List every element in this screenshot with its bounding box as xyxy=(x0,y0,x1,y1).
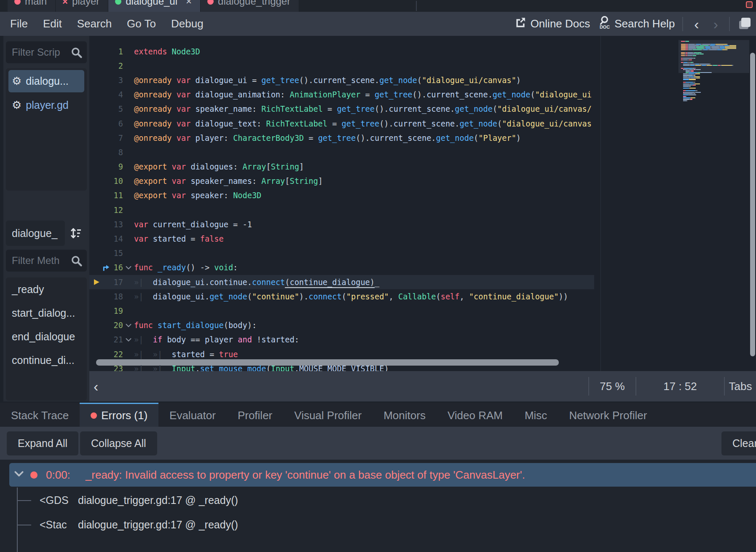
line-number: 22 xyxy=(110,350,123,359)
online-docs-button[interactable]: Online Docs xyxy=(515,16,590,31)
code-line-1[interactable]: 1extends Node3D xyxy=(89,44,601,59)
caret-position[interactable]: 17 : 52 xyxy=(636,371,724,401)
debugger-tab-label: Monitors xyxy=(383,409,426,422)
debugger-tab-monitors[interactable]: Monitors xyxy=(373,403,437,427)
code-line-3[interactable]: 3@onready var dialogue_ui = get_tree().c… xyxy=(89,73,601,87)
code-line-8[interactable]: 8 xyxy=(89,145,601,159)
scene-tab-main[interactable]: main xyxy=(8,0,56,12)
vertical-scrollbar[interactable] xyxy=(750,36,755,371)
collapse-all-button[interactable]: Collapse All xyxy=(80,431,157,455)
history-back-button[interactable]: ‹ xyxy=(691,17,702,31)
script-item-playergd[interactable]: ⚙player.gd xyxy=(8,94,84,116)
code-line-6[interactable]: 6@onready var dialogue_text: RichTextLab… xyxy=(89,116,601,131)
stack-frame-row[interactable]: <Stacdialogue_trigger.gd:17 @ _ready() xyxy=(0,514,756,536)
method-item-continue_di[interactable]: continue_di... xyxy=(6,348,87,372)
method-item-start_dialog[interactable]: start_dialog... xyxy=(6,301,87,325)
debugger-tab-evaluator[interactable]: Evaluator xyxy=(158,403,227,427)
tab-indent-marker: »| xyxy=(153,350,172,359)
menu-debug[interactable]: Debug xyxy=(171,17,204,30)
minimap-line xyxy=(681,64,710,65)
collapse-sidebar-button[interactable]: ‹ xyxy=(94,378,98,395)
code-line-20[interactable]: 20func start_dialogue(body): xyxy=(89,318,601,333)
script-item-dialogu[interactable]: ⚙dialogu... xyxy=(8,70,84,92)
zoom-level[interactable]: 75 % xyxy=(589,371,635,401)
indent-mode[interactable]: Tabs xyxy=(725,371,756,401)
debugger-panel: Stack TraceErrors (1)EvaluatorProfilerVi… xyxy=(0,403,756,552)
fold-toggle[interactable] xyxy=(123,266,134,270)
filter-scripts-input[interactable] xyxy=(6,41,87,63)
method-item-_ready[interactable]: _ready xyxy=(6,277,87,301)
debugger-tab-profiler[interactable]: Profiler xyxy=(227,403,283,427)
expand-window-icon[interactable] xyxy=(746,1,753,8)
method-item-end_dialogue[interactable]: end_dialogue xyxy=(6,325,87,348)
debugger-tab-visual-profiler[interactable]: Visual Profiler xyxy=(283,403,373,427)
code-line-11[interactable]: 11@export var speaker: Node3D xyxy=(89,188,601,203)
menu-go-to[interactable]: Go To xyxy=(127,17,156,30)
code-line-2[interactable]: 2 xyxy=(89,59,601,73)
minimap-line xyxy=(681,96,686,97)
debugger-tab-errors-1-[interactable]: Errors (1) xyxy=(80,403,158,427)
debugger-tab-network-profiler[interactable]: Network Profiler xyxy=(558,403,658,427)
frame-label: <Stac xyxy=(40,519,67,531)
minimap-line xyxy=(681,79,696,80)
code-line-21[interactable]: 21»|if body == player and !started: xyxy=(89,333,601,347)
code-text: »|dialogue_ui.continue.connect(continue_… xyxy=(134,278,601,287)
signal-connection-icon[interactable] xyxy=(102,264,110,272)
line-number: 6 xyxy=(110,119,123,128)
code-line-13[interactable]: 13var current_dialogue = -1 xyxy=(89,217,601,232)
scene-tab-player[interactable]: ×player xyxy=(56,0,108,12)
code-line-16[interactable]: 16func _ready() -> void: xyxy=(89,261,601,275)
line-number: 7 xyxy=(110,134,123,143)
debugger-tab-misc[interactable]: Misc xyxy=(514,403,558,427)
scene-tab-dialogue_trigger[interactable]: dialogue_trigger xyxy=(201,0,299,12)
menu-edit[interactable]: Edit xyxy=(43,17,62,30)
line-number: 14 xyxy=(110,234,123,243)
execution-arrow-icon xyxy=(93,278,100,286)
debugger-tab-stack-trace[interactable]: Stack Trace xyxy=(0,403,80,427)
code-line-9[interactable]: 9@export var dialogues: Array[String] xyxy=(89,160,601,174)
tab-indent-marker: »| xyxy=(134,335,153,344)
code-line-19[interactable]: 19 xyxy=(89,304,601,318)
code-line-17[interactable]: 17»|dialogue_ui.continue.connect(continu… xyxy=(89,275,601,289)
chevron-down-icon[interactable] xyxy=(14,471,24,479)
gutter-icons xyxy=(89,232,110,246)
expand-all-button[interactable]: Expand All xyxy=(7,431,78,455)
minimap-line xyxy=(681,70,694,71)
vertical-scrollbar-thumb[interactable] xyxy=(750,53,755,356)
gutter-icons xyxy=(89,361,110,371)
history-forward-button[interactable]: › xyxy=(710,17,721,31)
menu-search[interactable]: Search xyxy=(77,17,112,30)
gutter-icons xyxy=(89,261,110,275)
code-line-7[interactable]: 7@onready var player: CharacterBody3D = … xyxy=(89,131,601,145)
minimap-line xyxy=(681,59,692,60)
node-red-icon xyxy=(14,0,21,5)
code-editor[interactable]: 1extends Node3D23@onready var dialogue_u… xyxy=(89,36,756,371)
fold-toggle[interactable] xyxy=(123,323,134,328)
code-line-12[interactable]: 12 xyxy=(89,203,601,217)
sort-methods-button[interactable] xyxy=(67,225,85,242)
error-dot-icon xyxy=(91,412,97,419)
code-line-15[interactable]: 15 xyxy=(89,246,601,261)
canvas-green-icon xyxy=(115,0,121,5)
filter-methods-input[interactable] xyxy=(6,250,87,272)
code-line-14[interactable]: 14var started = false xyxy=(89,232,601,246)
debugger-tab-label: Video RAM xyxy=(448,409,503,422)
code-line-4[interactable]: 4@onready var dialogue_animation: Animat… xyxy=(89,88,601,102)
minimap[interactable] xyxy=(681,41,749,108)
close-tab-icon[interactable]: × xyxy=(186,0,192,7)
scene-tab-dialogue_ui[interactable]: dialogue_ui× xyxy=(108,0,201,12)
debugger-tab-video-ram[interactable]: Video RAM xyxy=(437,403,514,427)
clear-button[interactable]: Clear xyxy=(721,431,756,455)
minimap-line xyxy=(681,54,704,54)
menu-file[interactable]: File xyxy=(10,17,28,30)
editor-status-bar: ‹ 75 % 17 : 52 Tabs xyxy=(89,371,756,401)
error-row[interactable]: 0:00: _ready: Invalid access to property… xyxy=(9,463,756,487)
minimap-line xyxy=(681,46,736,47)
code-line-10[interactable]: 10@export var speaker_names: Array[Strin… xyxy=(89,174,601,188)
search-help-button[interactable]: DOC Search Help xyxy=(598,15,675,32)
float-panel-icon[interactable] xyxy=(737,16,752,32)
fold-toggle[interactable] xyxy=(123,338,134,342)
code-line-18[interactable]: 18»|dialogue_ui.get_node("continue").con… xyxy=(89,289,601,304)
code-line-5[interactable]: 5@onready var speaker_name: RichTextLabe… xyxy=(89,102,601,116)
stack-frame-row[interactable]: <GDSdialogue_trigger.gd:17 @ _ready() xyxy=(0,490,756,511)
